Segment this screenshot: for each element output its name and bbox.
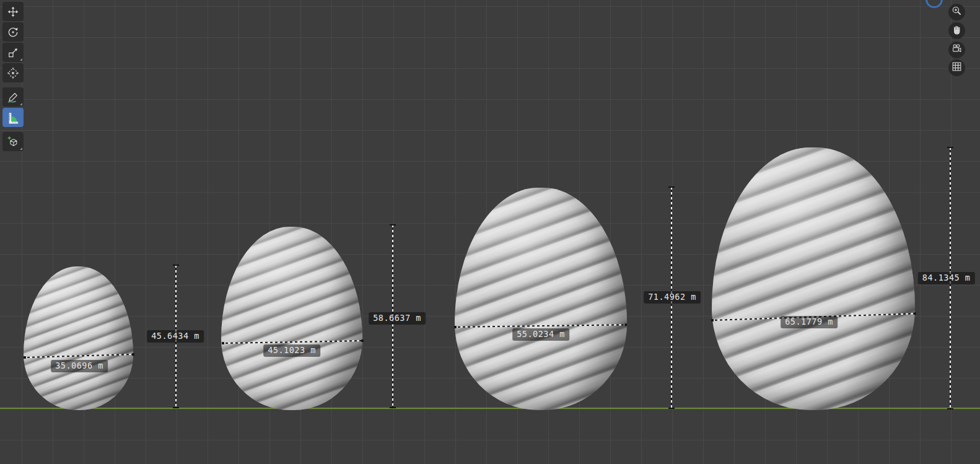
hand-icon <box>952 24 963 38</box>
add-cube-icon <box>7 136 19 148</box>
zoom-in-icon <box>951 5 963 19</box>
grid-icon <box>951 61 963 75</box>
transform-tool-button[interactable] <box>2 63 24 82</box>
egg-model-4[interactable] <box>712 147 915 410</box>
grid-toggle-gizmo-button[interactable] <box>948 59 965 76</box>
height-measurement-label: 45.6434 m <box>147 330 204 343</box>
scale-tool-button[interactable] <box>2 43 24 62</box>
transform-icon <box>7 67 19 79</box>
measure-icon <box>7 112 19 124</box>
measure-tool-button[interactable] <box>2 108 24 127</box>
egg-model-2[interactable] <box>221 227 362 410</box>
3d-viewport[interactable]: 35.0696 m 45.6434 m 45.1023 m 58.6637 m … <box>0 0 980 464</box>
zoom-gizmo-button[interactable] <box>948 4 965 20</box>
height-measurement-label: 84.1345 m <box>918 272 975 284</box>
camera-icon <box>951 43 963 57</box>
egg-model-1[interactable] <box>24 266 133 410</box>
height-measurement-label: 71.4962 m <box>644 291 701 304</box>
annotate-tool-button[interactable] <box>2 87 24 107</box>
egg-model-3[interactable] <box>455 188 627 410</box>
rotate-tool-button[interactable] <box>2 22 24 42</box>
move-tool-button[interactable] <box>2 2 24 21</box>
annotate-icon <box>7 91 19 103</box>
move-icon <box>7 6 19 18</box>
navigation-axis-gizmo[interactable] <box>925 0 943 8</box>
height-measurement-label: 58.6637 m <box>369 312 426 325</box>
width-measurement-label: 65.1779 m <box>781 316 838 328</box>
scale-icon <box>7 46 19 59</box>
add-cube-tool-button[interactable] <box>2 132 24 151</box>
width-measurement-label: 35.0696 m <box>51 360 108 372</box>
rotate-icon <box>7 26 19 38</box>
width-measurement-label: 45.1023 m <box>263 344 320 357</box>
camera-view-gizmo-button[interactable] <box>948 42 965 58</box>
tool-bar <box>2 2 24 152</box>
width-measurement-label: 55.0234 m <box>512 328 569 341</box>
pan-gizmo-button[interactable] <box>948 22 965 39</box>
